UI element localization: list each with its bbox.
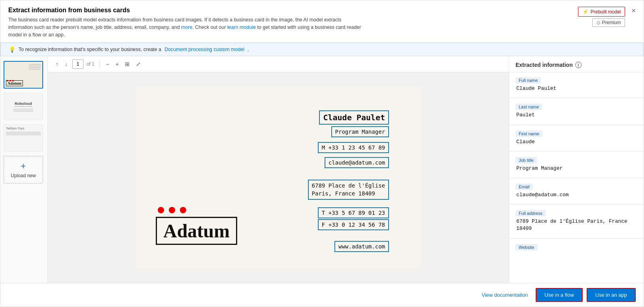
info-icon: 💡 [9, 46, 15, 53]
thumb-line-2 [13, 111, 33, 112]
bc-email: claude@adatum.com [329, 159, 385, 166]
thumbnail-3[interactable]: TailSpin Toys [4, 124, 43, 152]
view-documentation-link[interactable]: View documentation [482, 292, 528, 298]
info-fields: Full name Claude Paulet Last name Paulet… [509, 72, 644, 283]
last-name-value: Paulet [516, 112, 637, 119]
premium-label: Premium [602, 20, 621, 25]
field-website: Website [516, 244, 637, 252]
bc-phone-box: M +33 1 23 45 67 89 [318, 142, 389, 153]
bc-web: www.adatum.com [338, 243, 385, 250]
extracted-info-title: Extracted information [516, 62, 573, 68]
bc-dot-2 [169, 207, 175, 213]
custom-model-link[interactable]: Document processing custom model [164, 47, 244, 52]
modal-footer: View documentation Use in a flow Use in … [0, 283, 644, 307]
thumb-line-2 [13, 110, 33, 110]
thumb-line [29, 64, 41, 65]
close-button[interactable]: × [631, 7, 636, 15]
field-email: Email claude@adatum.com [516, 184, 637, 199]
page-of-label: of 1 [87, 61, 94, 67]
modal-header: Extract information from business cards … [0, 0, 644, 43]
prebuilt-model-label: Prebuilt model [591, 9, 621, 15]
prebuilt-model-button[interactable]: ⚡ Prebuilt model [578, 7, 625, 17]
info-panel: Extracted information i Full name Claude… [509, 56, 644, 283]
banner-text-1: To recognize information that's specific… [19, 47, 161, 52]
thumb-line-3 [6, 133, 41, 133]
zoom-out-button[interactable]: − [104, 60, 111, 68]
business-card: Claude Paulet Program Manager M +33 1 23… [136, 87, 421, 269]
thumb-content-1: Adatum [4, 62, 42, 88]
full-address-value: 6789 Place de l'Église Paris, France 184… [516, 218, 637, 232]
divider-5 [509, 204, 644, 205]
zoom-in-button[interactable]: + [114, 60, 120, 68]
use-in-app-button[interactable]: Use in an app [587, 288, 636, 302]
learn-module-link[interactable]: learn module [227, 25, 256, 30]
lightning-icon: ⚡ [582, 9, 589, 15]
upload-new-button[interactable]: + Upload new [4, 156, 43, 184]
thumb-content-2: Rolecloud [4, 93, 42, 119]
page-up-button[interactable]: ↑ [54, 60, 60, 68]
thumb-line-3 [6, 133, 41, 134]
thumb-line [29, 67, 41, 68]
viewer-panel: ↑ ↓ of 1 − + ⊞ ⤢ Claude Paulet [48, 56, 509, 283]
bc-name: Claude Paulet [323, 113, 385, 122]
bc-fax-box: F +33 0 12 34 56 78 [318, 219, 389, 230]
field-job-title: Job title Program Manager [516, 157, 637, 172]
bc-address: 6789 Place de l'Église Paris, France 184… [312, 182, 385, 197]
bc-address-box: 6789 Place de l'Église Paris, France 184… [308, 180, 389, 200]
last-name-label: Last name [516, 104, 542, 110]
job-title-label: Job title [516, 157, 537, 163]
thumb-line-2 [13, 109, 33, 109]
main-content: Adatum Rolecloud TailSpin Toys [0, 56, 644, 283]
thumb-line-3 [6, 135, 41, 135]
thumb-lines-2 [13, 109, 33, 112]
modal-description: The business card reader prebuilt model … [8, 16, 364, 38]
email-value: claude@adatum.com [516, 191, 637, 199]
thumb-line [29, 66, 41, 66]
bc-dot-1 [158, 207, 164, 213]
bc-dot-3 [180, 207, 186, 213]
full-name-label: Full name [516, 77, 541, 83]
thumbnails-panel: Adatum Rolecloud TailSpin Toys [0, 56, 48, 283]
use-in-flow-button[interactable]: Use in a flow [536, 288, 582, 302]
more-link[interactable]: more [181, 25, 192, 30]
thumb-content-3: TailSpin Toys [4, 125, 42, 151]
bc-fax: F +33 0 12 34 56 78 [322, 222, 385, 228]
banner-text-2: . [247, 47, 249, 52]
thumb-line-3 [6, 134, 41, 135]
job-title-value: Program Manager [516, 165, 637, 172]
bc-title: Program Manager [335, 129, 385, 135]
bc-phone: M +33 1 23 45 67 89 [322, 144, 385, 151]
expand-button[interactable]: ⤢ [134, 60, 142, 68]
info-panel-header: Extracted information i [509, 56, 644, 72]
first-name-value: Claude [516, 138, 637, 146]
field-first-name: First name Claude [516, 131, 637, 146]
modal-header-left: Extract information from business cards … [8, 7, 570, 38]
page-input[interactable] [72, 59, 83, 69]
divider-1 [509, 98, 644, 98]
email-label: Email [516, 184, 533, 190]
fit-page-button[interactable]: ⊞ [123, 60, 131, 68]
thumb-rolecloud: Rolecloud [15, 102, 32, 107]
bc-tel: T +33 5 67 89 01 23 [322, 210, 385, 216]
thumb-lines-3 [6, 132, 41, 135]
thumbnail-1[interactable]: Adatum [4, 61, 43, 89]
divider-4 [509, 178, 644, 178]
diamond-icon: ◇ [597, 20, 600, 25]
toolbar-divider [99, 60, 100, 68]
full-name-value: Claude Paulet [516, 85, 637, 92]
viewer-content: Claude Paulet Program Manager M +33 1 23… [48, 72, 509, 283]
info-banner: 💡 To recognize information that's specif… [0, 43, 644, 56]
description-text-2: . Check out our [193, 25, 227, 30]
premium-badge: ◇ Premium [592, 18, 625, 27]
plus-icon: + [21, 161, 26, 171]
first-name-label: First name [516, 131, 542, 137]
field-full-name: Full name Claude Paulet [516, 77, 637, 92]
page-down-button[interactable]: ↓ [63, 60, 69, 68]
thumbnail-2[interactable]: Rolecloud [4, 93, 43, 120]
thumb-title-3: TailSpin Toys [6, 127, 41, 130]
field-last-name: Last name Paulet [516, 104, 637, 119]
bc-name-box: Claude Paulet [319, 110, 389, 125]
thumb-lines-1 [29, 64, 41, 70]
thumb-line [29, 69, 41, 70]
website-label: Website [516, 244, 538, 250]
